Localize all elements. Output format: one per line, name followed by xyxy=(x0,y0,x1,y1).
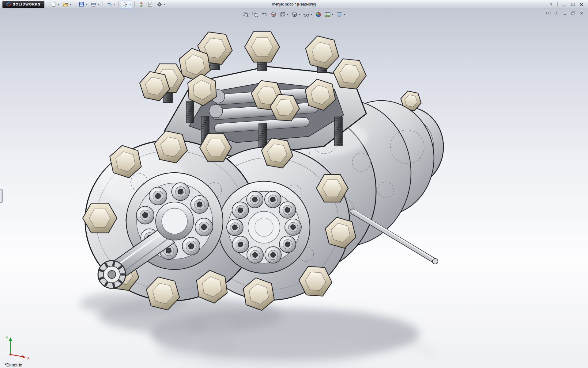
close-document-button[interactable] xyxy=(579,11,584,16)
collapsed-pane-tab[interactable] xyxy=(0,189,3,203)
minimize-document-icon xyxy=(563,11,568,16)
display-style-button[interactable] xyxy=(291,11,301,18)
zoom-to-fit-icon xyxy=(243,11,249,18)
maximize-button[interactable] xyxy=(569,2,577,8)
close-button[interactable] xyxy=(578,2,586,8)
y-axis-label: Y xyxy=(6,335,8,340)
orientation-triad: Y X xyxy=(3,334,32,361)
apply-scene-icon xyxy=(324,11,331,18)
document-window-controls xyxy=(546,11,584,16)
toolbar-separator xyxy=(134,1,135,7)
undo-icon xyxy=(106,1,112,7)
view-settings-button[interactable] xyxy=(336,11,346,18)
dassault-3ds-icon xyxy=(6,2,11,7)
dropdown-caret-icon[interactable] xyxy=(332,14,334,15)
section-view-button[interactable] xyxy=(270,11,277,18)
options-icon xyxy=(156,1,163,7)
edit-appearance-icon xyxy=(315,11,322,18)
new-document-icon xyxy=(51,1,57,7)
options-button[interactable] xyxy=(155,1,167,8)
standard-toolbar xyxy=(49,0,167,9)
heads-up-view-toolbar xyxy=(242,11,346,18)
toolbar-separator xyxy=(119,1,119,7)
maximize-icon xyxy=(570,2,575,7)
dropdown-caret-icon[interactable] xyxy=(58,4,59,5)
undo-button[interactable] xyxy=(105,1,116,8)
save-icon xyxy=(78,1,85,7)
dropdown-caret-icon[interactable] xyxy=(311,14,312,15)
toolbar-separator xyxy=(103,1,103,7)
close-document-icon xyxy=(579,11,584,16)
minimize-document-button[interactable] xyxy=(562,11,568,16)
close-icon xyxy=(579,2,584,7)
rebuild-button[interactable] xyxy=(137,1,145,8)
previous-view-button[interactable] xyxy=(261,11,268,18)
open-document-icon xyxy=(62,1,69,7)
span-left-icon xyxy=(546,11,551,16)
view-settings-icon xyxy=(336,11,343,18)
hide-show-items-icon xyxy=(303,11,310,18)
span-left-button[interactable] xyxy=(546,11,551,16)
gearbox-3d-model[interactable] xyxy=(0,9,588,368)
view-orientation-label: *Dimetric xyxy=(5,362,22,367)
display-style-icon xyxy=(291,11,298,18)
help-button[interactable]: ? xyxy=(547,2,555,8)
graphics-area[interactable]: Y X *Dimetric xyxy=(0,9,588,368)
view-orientation-button[interactable] xyxy=(279,11,289,18)
new-document-button[interactable] xyxy=(49,1,61,8)
previous-view-icon xyxy=(261,11,267,18)
zoom-to-area-button[interactable] xyxy=(251,11,258,18)
window-controls: ? xyxy=(547,0,586,9)
edit-appearance-button[interactable] xyxy=(315,11,322,18)
open-document-button[interactable] xyxy=(61,1,73,8)
solidworks-logo: SOLIDWORKS xyxy=(2,1,44,8)
dropdown-caret-icon[interactable] xyxy=(299,14,300,15)
x-axis-label: X xyxy=(27,356,30,360)
select-button[interactable] xyxy=(121,1,132,8)
select-icon xyxy=(122,1,128,7)
zoom-to-fit-button[interactable] xyxy=(242,11,249,18)
dropdown-caret-icon[interactable] xyxy=(344,14,345,15)
window-controls-separator xyxy=(557,2,558,7)
span-right-button[interactable] xyxy=(554,11,560,16)
dropdown-caret-icon[interactable] xyxy=(164,4,165,5)
hide-show-items-button[interactable] xyxy=(303,11,313,18)
restore-document-button[interactable] xyxy=(571,11,576,16)
dropdown-caret-icon[interactable] xyxy=(97,4,99,5)
view-orientation-icon xyxy=(279,11,286,18)
app-name: SOLIDWORKS xyxy=(13,2,41,6)
dropdown-caret-icon[interactable] xyxy=(287,14,288,15)
restore-document-icon xyxy=(571,11,576,16)
toolbar-separator xyxy=(75,1,75,7)
save-button[interactable] xyxy=(77,1,89,8)
window-buttons xyxy=(560,2,586,8)
window-title: menjac sklop * [Read-only] xyxy=(272,2,316,6)
triad-origin xyxy=(9,354,11,355)
x-axis-arrow xyxy=(22,355,26,358)
zoom-to-area-icon xyxy=(252,11,258,18)
section-view-icon xyxy=(270,11,277,18)
span-right-icon xyxy=(554,11,560,16)
y-axis-arrow xyxy=(9,337,12,341)
dropdown-caret-icon[interactable] xyxy=(85,4,87,5)
minimize-button[interactable] xyxy=(560,2,568,8)
print-button[interactable] xyxy=(89,1,100,8)
titlebar: SOLIDWORKS menjac sklop * [Read-only] ? xyxy=(0,0,588,9)
print-icon xyxy=(90,1,96,7)
file-properties-button[interactable] xyxy=(146,1,155,8)
file-properties-icon xyxy=(147,1,153,7)
dropdown-caret-icon[interactable] xyxy=(70,4,71,5)
rebuild-icon xyxy=(138,1,144,7)
apply-scene-button[interactable] xyxy=(324,11,334,18)
dropdown-caret-icon[interactable] xyxy=(129,4,131,5)
dropdown-caret-icon[interactable] xyxy=(113,4,115,5)
minimize-icon xyxy=(561,2,567,7)
